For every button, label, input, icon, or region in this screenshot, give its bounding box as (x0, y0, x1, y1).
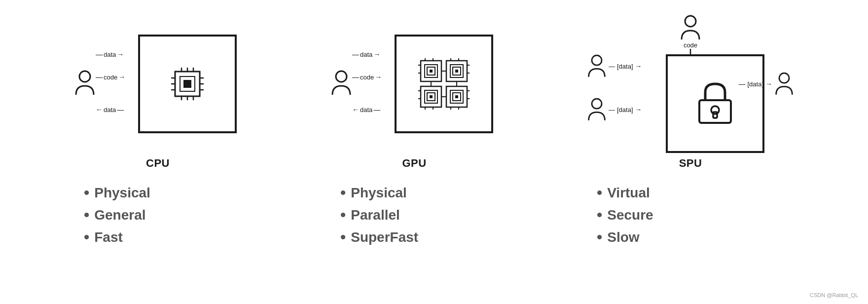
gpu-diagram: — data → — code → ← data — (330, 15, 498, 153)
spu-left-top-person: — [data] → (587, 54, 642, 78)
gpu-data-in-arrow: — data → (352, 50, 380, 58)
cpu-label: CPU (146, 157, 170, 170)
spu-bullet-2: Slow (597, 228, 653, 246)
spu-bullet-0: Virtual (597, 184, 653, 202)
gpu-bullet-0: Physical (340, 184, 418, 202)
svg-rect-28 (455, 70, 458, 73)
svg-point-0 (79, 71, 90, 82)
gpu-label: GPU (402, 157, 426, 170)
cpu-diagram: — data → — code → ← data — (74, 15, 242, 153)
svg-point-16 (336, 71, 347, 82)
cpu-bullet-2: Fast (84, 228, 150, 246)
cpu-icon (165, 62, 210, 106)
cpu-code-in-arrow: — code → (96, 73, 125, 81)
svg-rect-60 (713, 112, 717, 118)
spu-diagram: code — [data] → (587, 15, 794, 153)
cpu-person (74, 70, 96, 98)
svg-point-56 (592, 55, 602, 65)
svg-rect-3 (183, 80, 191, 88)
cpu-data-in-arrow: — data → (96, 50, 124, 58)
gpu-person (330, 70, 352, 98)
gpu-code-in-arrow: — code → (352, 73, 382, 81)
cpu-bullet-1: General (84, 206, 150, 224)
spu-bullets: Virtual Secure Slow (587, 184, 653, 250)
gpu-bullet-2: SuperFast (340, 228, 418, 246)
spu-unit: code — [data] → (587, 15, 794, 250)
main-container: — data → — code → ← data — (0, 0, 868, 304)
gpu-unit: — data → — code → ← data — (330, 15, 498, 250)
gpu-bullets: Physical Parallel SuperFast (330, 184, 418, 250)
cpu-box (138, 35, 237, 133)
cpu-data-out-arrow: ← data — (96, 106, 124, 114)
spu-icon (695, 81, 735, 126)
cpu-bullets: Physical General Fast (74, 184, 150, 250)
svg-point-57 (592, 99, 602, 109)
spu-right-person: — [data] → (738, 72, 794, 96)
spu-label: SPU (679, 157, 702, 170)
gpu-data-out-arrow: ← data — (352, 106, 380, 114)
cpu-unit: — data → — code → ← data — (74, 15, 242, 250)
gpu-box (395, 35, 493, 133)
spu-box (666, 54, 764, 153)
gpu-icon (417, 57, 471, 111)
gpu-bullet-1: Parallel (340, 206, 418, 224)
svg-rect-36 (430, 95, 433, 98)
spu-bullet-1: Secure (597, 206, 653, 224)
svg-point-53 (685, 16, 696, 27)
svg-rect-44 (455, 95, 458, 98)
svg-rect-20 (430, 70, 433, 73)
svg-point-61 (779, 73, 789, 83)
spu-left-bottom-person: — [data] → (587, 98, 642, 121)
cpu-bullet-0: Physical (84, 184, 150, 202)
watermark: CSDN @Rabbit_QL (810, 292, 858, 298)
